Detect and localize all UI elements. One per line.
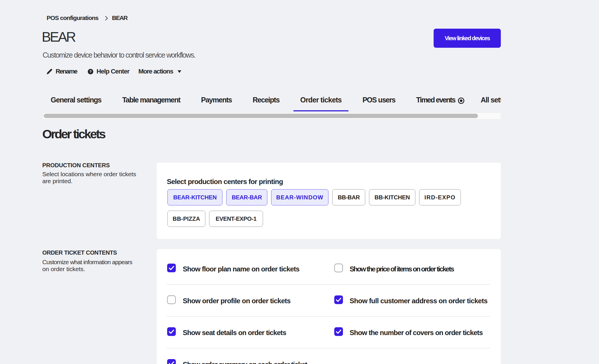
svg-text:?: ? (90, 69, 92, 74)
